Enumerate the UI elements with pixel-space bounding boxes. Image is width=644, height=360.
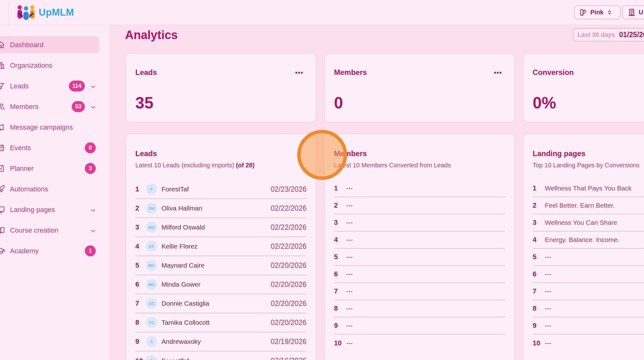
lead-row[interactable]: 1 F ForestTaf 02/23/2026 <box>135 180 307 199</box>
stat-card-value: 0 <box>334 93 343 112</box>
sidebar-item-message-campaigns[interactable]: Message campaigns <box>0 119 110 136</box>
lead-date: 02/22/2026 <box>271 204 307 213</box>
theme-select-button[interactable]: Pink <box>574 5 621 19</box>
landing-row[interactable]: 7 --- <box>533 283 644 300</box>
date-range-filter[interactable]: Last 30 days 01/25/20 <box>573 28 644 42</box>
lead-row[interactable]: 8 TC Tamika Collocott 02/20/2026 <box>135 313 307 332</box>
members-row[interactable]: 1 --- <box>334 180 505 197</box>
theme-label: Pink <box>590 9 603 16</box>
landing-row[interactable]: 10 --- <box>533 334 644 352</box>
lead-row[interactable]: 4 KF Kellie Florez 02/22/2026 <box>135 237 307 256</box>
lead-name: Kellie Florez <box>162 243 198 250</box>
building-icon <box>627 8 636 17</box>
landing-row[interactable]: 1 Wellness That Pays You Back <box>533 180 644 197</box>
sidebar-item-label: Leads <box>10 82 29 90</box>
click-indicator-overlay <box>297 130 347 180</box>
avatar: MC <box>146 260 157 271</box>
lead-row[interactable]: 10 F ForestTaf 02/16/2026 <box>135 351 307 360</box>
row-value: --- <box>346 202 353 209</box>
rocket-icon <box>0 185 5 193</box>
members-row[interactable]: 6 --- <box>334 266 505 283</box>
sidebar-item-planner[interactable]: Planner3 <box>0 160 110 177</box>
count-badge: 53 <box>72 101 85 112</box>
monitor-icon <box>0 205 5 214</box>
row-rank: 7 <box>135 299 143 308</box>
lead-date: 02/22/2026 <box>271 223 307 232</box>
row-rank: 10 <box>533 339 540 347</box>
members-row[interactable]: 2 --- <box>334 197 505 214</box>
book-icon <box>0 226 5 234</box>
members-row[interactable]: 10 --- <box>334 334 505 352</box>
row-value: --- <box>346 322 353 329</box>
landing-row[interactable]: 3 Wellness You Can Share <box>533 214 644 231</box>
list-card-subtitle: Latest 10 Leads (excluding imports) (of … <box>135 162 254 169</box>
chevron-down-icon[interactable] <box>90 104 96 110</box>
row-rank: 1 <box>533 184 540 192</box>
brand-name: UpMLM <box>39 7 74 18</box>
upmlm-logo-icon <box>16 4 36 21</box>
row-rank: 3 <box>533 219 540 227</box>
row-rank: 8 <box>334 304 341 313</box>
lead-row[interactable]: 7 DC Donnie Castiglia 02/20/2026 <box>135 294 307 313</box>
members-row[interactable]: 5 --- <box>334 249 505 266</box>
row-value: --- <box>545 322 551 329</box>
chevron-down-icon[interactable] <box>90 207 96 213</box>
members-row[interactable]: 8 --- <box>334 300 505 317</box>
landing-row[interactable]: 6 --- <box>533 266 644 283</box>
chevron-down-icon[interactable] <box>90 83 96 89</box>
chevron-down-icon[interactable] <box>90 228 96 234</box>
row-value: Wellness That Pays You Back <box>545 185 632 192</box>
lead-row[interactable]: 5 MC Maynard Caire 02/20/2026 <box>135 256 307 275</box>
row-rank: 7 <box>334 287 341 295</box>
lead-name: Minda Gower <box>162 281 201 288</box>
sidebar-item-organizations[interactable]: Organizations <box>0 57 110 74</box>
sidebar-item-leads[interactable]: Leads114 <box>0 77 110 95</box>
row-rank: 4 <box>135 242 143 250</box>
landing-row[interactable]: 4 Energy. Balance. Income. <box>533 231 644 249</box>
lead-date: 02/20/2026 <box>271 318 307 327</box>
row-value: --- <box>346 219 353 226</box>
members-row[interactable]: 9 --- <box>334 317 505 334</box>
sidebar-item-landing-pages[interactable]: Landing pages <box>0 201 110 218</box>
sidebar-item-course-creation[interactable]: Course creation <box>0 222 110 239</box>
sidebar-item-label: Members <box>10 103 39 111</box>
members-row[interactable]: 3 --- <box>334 214 505 231</box>
sidebar-item-label: Landing pages <box>10 206 55 214</box>
sidebar-item-label: Message campaigns <box>10 123 73 131</box>
row-rank: 6 <box>334 270 341 278</box>
sidebar-item-events[interactable]: Events0 <box>0 139 110 156</box>
count-badge: 0 <box>85 142 96 153</box>
landing-row[interactable]: 5 --- <box>533 249 644 266</box>
row-value: --- <box>545 339 551 347</box>
list-card-title: Leads <box>135 149 157 158</box>
landing-row[interactable]: 9 --- <box>533 317 644 334</box>
sidebar-item-automations[interactable]: Automations <box>0 180 110 198</box>
lead-row[interactable]: 9 A Andrewaxoky 02/19/2026 <box>135 332 307 351</box>
stat-card-conversion: Conversion0% <box>523 53 644 122</box>
lead-date: 02/23/2026 <box>271 185 307 194</box>
brand-logo[interactable]: UpMLM <box>16 5 74 20</box>
members-row[interactable]: 4 --- <box>334 231 505 249</box>
more-options-icon[interactable] <box>295 68 303 77</box>
lead-row[interactable]: 6 MG Minda Gower 02/20/2026 <box>135 275 307 294</box>
row-value: --- <box>346 305 353 312</box>
count-badge: 1 <box>85 245 96 256</box>
avatar: F <box>146 355 157 360</box>
organization-button[interactable]: U <box>622 5 644 19</box>
sidebar-item-academy[interactable]: Academy1 <box>0 242 110 259</box>
landing-row[interactable]: 8 --- <box>533 300 644 317</box>
list-rows: 1 F ForestTaf 02/23/2026 2 OH Oliva Hall… <box>135 180 307 360</box>
lead-row[interactable]: 3 MO Milford Oswald 02/22/2026 <box>135 218 307 237</box>
more-options-icon[interactable] <box>493 68 502 77</box>
row-rank: 9 <box>334 322 341 330</box>
row-rank: 7 <box>533 287 540 295</box>
landing-row[interactable]: 2 Feel Better. Earn Better. <box>533 197 644 214</box>
lead-date: 02/20/2026 <box>271 299 307 308</box>
sidebar-item-members[interactable]: Members53 <box>0 98 110 115</box>
lead-row[interactable]: 2 OH Oliva Hallman 02/22/2026 <box>135 199 307 218</box>
list-card-title: Landing pages <box>533 149 585 158</box>
members-row[interactable]: 7 --- <box>334 283 505 300</box>
sidebar-item-dashboard[interactable]: Dashboard <box>0 36 99 53</box>
avatar: DC <box>146 298 157 309</box>
row-rank: 8 <box>135 318 143 327</box>
